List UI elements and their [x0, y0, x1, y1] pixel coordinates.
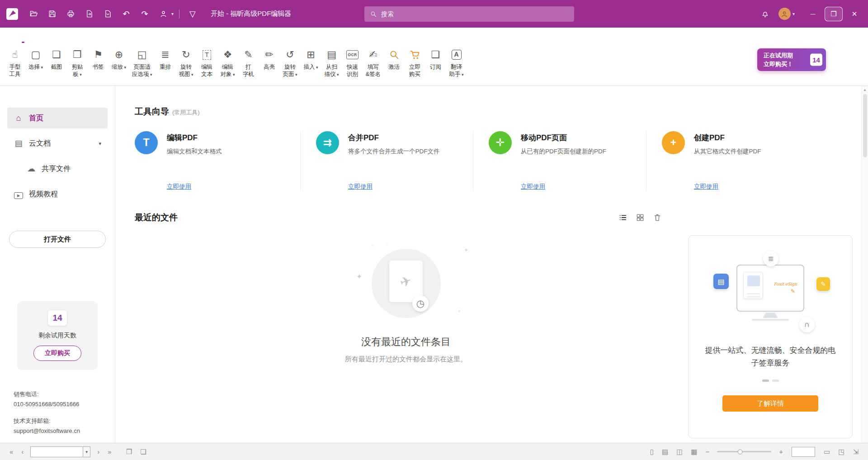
expand-icon[interactable]: ⇲	[849, 448, 863, 455]
menu-item[interactable]	[125, 37, 138, 43]
hide-ribbon-icon[interactable]: ▽	[185, 6, 200, 22]
use-now-link[interactable]: 立即使用	[521, 183, 545, 191]
last-page-icon[interactable]: »	[104, 448, 115, 455]
continuous-icon[interactable]: ▤	[658, 448, 672, 455]
carousel-dot-active[interactable]	[762, 379, 769, 382]
ribbon-button[interactable]: ⊕ 缩放	[108, 47, 129, 71]
menu-item[interactable]	[152, 37, 165, 43]
menu-item[interactable]	[84, 37, 98, 43]
menu-item[interactable]	[57, 37, 71, 43]
ribbon-button[interactable]: ❖ 编辑 对象	[217, 47, 238, 79]
print-icon[interactable]	[63, 6, 78, 22]
export-icon[interactable]	[81, 6, 97, 22]
user-key-icon[interactable]	[156, 6, 171, 22]
open-file-button[interactable]: 打开文件	[9, 231, 106, 248]
menu-item[interactable]	[43, 37, 57, 43]
ribbon-button[interactable]: ✎ 打 字机	[238, 47, 259, 79]
ribbon-button[interactable]: ▢ 选择	[25, 47, 46, 71]
caret-down-icon[interactable]: ▾	[83, 446, 90, 457]
ribbon-button[interactable]: ⚑ 书签	[88, 47, 108, 71]
tool-card-icon: ⇉	[316, 131, 339, 154]
ribbon-button[interactable]: 立即 购买	[405, 47, 425, 79]
ribbon-button[interactable]: ✏ 高亮	[259, 47, 280, 71]
snapshot2-icon[interactable]: ❐	[122, 448, 136, 455]
zoom-out-icon[interactable]: −	[702, 448, 714, 455]
ribbon-button[interactable]: ❏ 截图	[46, 47, 67, 71]
ribbon-button[interactable]: ⊞ 插入	[301, 47, 321, 71]
menu-item[interactable]	[30, 37, 43, 43]
single-page-icon[interactable]: ▯	[646, 448, 658, 455]
grid-view-icon[interactable]	[636, 213, 645, 222]
ribbon-button[interactable]: ↺ 旋转 页面	[280, 47, 301, 79]
menu-item[interactable]	[138, 37, 152, 43]
prev-page-icon[interactable]: ‹	[17, 448, 28, 455]
use-now-link[interactable]: 立即使用	[167, 183, 191, 191]
restore-icon[interactable]: ❐	[825, 7, 843, 21]
ribbon-button[interactable]: A 翻译 助手	[446, 47, 467, 79]
ribbon-button[interactable]: ↻ 旋转 视图	[176, 47, 197, 79]
menu-item[interactable]	[165, 37, 179, 43]
menu-item[interactable]	[16, 37, 30, 43]
ribbon-button[interactable]: ≣ 重排	[155, 47, 176, 71]
sidebar-item[interactable]: ⌂ 首页 ▾	[7, 108, 108, 128]
vertical-scrollbar[interactable]: ▴	[861, 86, 868, 443]
caret-down-icon: ▾	[793, 11, 795, 16]
menu-item[interactable]	[98, 37, 111, 43]
zoom-slider[interactable]	[717, 451, 771, 452]
sidebar-item[interactable]: ☁ 共享文件 ▾	[20, 158, 108, 179]
use-now-link[interactable]: 立即使用	[694, 183, 718, 191]
menu-item[interactable]	[71, 37, 84, 43]
search-input[interactable]	[381, 10, 569, 18]
folder-open-icon[interactable]	[26, 6, 41, 22]
ribbon-button[interactable]: ☝ 手型 工具	[5, 47, 25, 79]
ribbon-button[interactable]: ◱ 页面适 应选项	[129, 47, 155, 79]
trial-panel: 14 剩余试用天数 立即购买	[17, 301, 98, 370]
contact-info: 销售电话: 010-50951668/50951666 技术支持邮箱: supp…	[0, 389, 115, 443]
clipboard2-icon[interactable]: ❏	[136, 448, 150, 455]
menu-item[interactable]	[111, 37, 125, 43]
menu-item[interactable]	[179, 37, 193, 43]
minimize-icon[interactable]: ─	[803, 5, 823, 23]
carousel-dot[interactable]	[772, 379, 779, 382]
search-box[interactable]	[364, 6, 574, 22]
trial-badge-line1: 正在试用期	[764, 51, 793, 60]
ribbon-button[interactable]: 激活	[384, 47, 405, 71]
page-number-input[interactable]	[30, 446, 83, 457]
ribbon-button[interactable]: ❐ 剪贴 板	[67, 47, 88, 79]
first-page-icon[interactable]: «	[5, 448, 17, 455]
ribbon-button[interactable]: T 编辑 文本	[197, 47, 217, 79]
fit-page-icon[interactable]: ◳	[834, 448, 849, 455]
caret-up-icon[interactable]: ▴	[864, 87, 866, 92]
zoom-level-input[interactable]	[792, 447, 815, 457]
ribbon-button[interactable]: ✍ 填写 &签名	[363, 47, 384, 79]
support-email-address[interactable]: support@foxitsoftware.cn	[14, 426, 115, 436]
save-icon[interactable]	[44, 6, 60, 22]
caret-down-icon[interactable]: ▾	[171, 11, 174, 16]
facing-icon[interactable]: ◫	[672, 448, 687, 455]
redo-icon[interactable]: ↷	[137, 6, 152, 22]
account-menu[interactable]: ▾	[778, 8, 795, 20]
trash-icon[interactable]	[653, 213, 662, 222]
menu-item[interactable]	[3, 37, 16, 43]
next-page-icon[interactable]: ›	[93, 448, 104, 455]
ribbon-button[interactable]: ❑ 订阅	[425, 47, 446, 71]
undo-icon[interactable]: ↶	[118, 6, 134, 22]
fit-width-icon[interactable]: ▭	[820, 448, 834, 455]
facing-continuous-icon[interactable]: ▦	[687, 448, 701, 455]
list-view-icon[interactable]	[618, 213, 627, 222]
convert-icon[interactable]	[100, 6, 115, 22]
sidebar-item[interactable]: ▤ 云文档 ▾	[7, 133, 108, 154]
ribbon-button[interactable]: ▤ 从扫 描仪	[321, 47, 342, 79]
scrollbar-thumb[interactable]	[863, 94, 867, 157]
use-now-link[interactable]: 立即使用	[348, 183, 373, 191]
close-icon[interactable]: ✕	[844, 5, 864, 23]
bell-icon[interactable]	[758, 6, 773, 22]
trial-buy-now-badge[interactable]: 正在试用期 立即购买！ 14	[757, 48, 826, 71]
page-number-box: ▾	[30, 446, 90, 457]
zoom-in-icon[interactable]: +	[775, 448, 787, 455]
learn-more-button[interactable]: 了解详情	[722, 395, 818, 412]
zoom-slider-thumb[interactable]	[737, 449, 742, 454]
sidebar-item[interactable]: ▶ 视频教程 ▾	[7, 184, 108, 204]
buy-now-button[interactable]: 立即购买	[33, 346, 81, 361]
ribbon-button[interactable]: OCR 快速 识别	[342, 47, 363, 79]
